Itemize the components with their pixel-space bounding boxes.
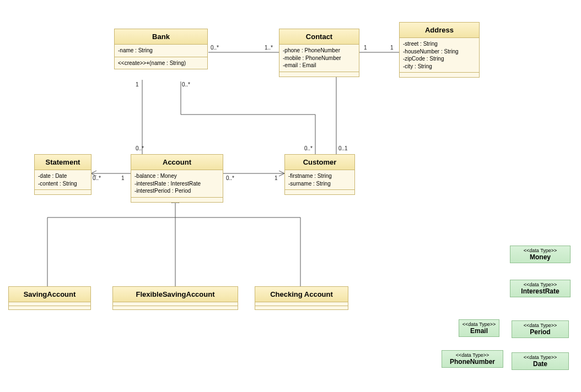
class-checking-attrs	[255, 302, 348, 306]
class-customer: Customer -firstname : String -surname : …	[284, 154, 355, 195]
dt-period-name: Period	[514, 328, 566, 336]
class-customer-ops	[285, 190, 354, 194]
mult-account-customer-right: 1	[275, 175, 278, 181]
mult-bank-customer-bot: 0..*	[304, 145, 313, 151]
class-customer-name: Customer	[285, 155, 354, 170]
class-address-name: Address	[400, 23, 479, 38]
address-attr-1: -houseNumber : String	[403, 48, 476, 56]
dt-period-stereo: <<data Type>>	[514, 323, 566, 328]
class-flexible-name: FlexibleSavingAccount	[113, 287, 238, 302]
class-bank: Bank -name : String <<create>>+(name : S…	[114, 29, 208, 69]
mult-bank-contact-left: 0..*	[211, 45, 219, 51]
class-checking-ops	[255, 306, 348, 309]
mult-account-statement-right: 0..*	[93, 175, 101, 181]
address-attr-2: -zipCode : String	[403, 55, 476, 63]
statement-attr-1: -content : String	[38, 180, 88, 188]
contact-attr-0: -phone : PhoneNumber	[283, 47, 356, 55]
contact-attr-1: -mobile : PhoneNumber	[283, 55, 356, 62]
mult-contact-address-right: 1	[390, 45, 394, 51]
mult-bank-account-top: 1	[136, 81, 139, 88]
assoc-bank-customer	[181, 81, 315, 154]
dt-money-stereo: <<data Type>>	[513, 248, 568, 253]
class-flexible-ops	[113, 306, 238, 309]
datatype-phonenumber: <<data Type>> PhoneNumber	[442, 350, 503, 368]
customer-attr-0: -firstname : String	[288, 172, 351, 180]
address-attr-3: -city : String	[403, 63, 476, 70]
class-saving-attrs	[9, 302, 90, 306]
class-bank-ops: <<create>>+(name : String)	[115, 57, 207, 69]
dt-email-stereo: <<data Type>>	[461, 322, 497, 327]
dt-email-name: Email	[461, 327, 497, 335]
class-contact-name: Contact	[279, 29, 359, 45]
dt-money-name: Money	[513, 253, 568, 261]
class-address-attrs: -street : String -houseNumber : String -…	[400, 38, 479, 73]
class-checking-name: Checking Account	[255, 287, 348, 302]
contact-attr-2: -email : Email	[283, 62, 356, 69]
mult-bank-account-bot: 0..*	[136, 145, 144, 151]
dt-date-name: Date	[514, 360, 566, 368]
class-bank-name: Bank	[115, 29, 207, 45]
class-saving-ops	[9, 306, 90, 309]
class-saving-name: SavingAccount	[9, 287, 90, 302]
dt-date-stereo: <<data Type>>	[514, 355, 566, 360]
class-address: Address -street : String -houseNumber : …	[399, 22, 480, 78]
mult-bank-contact-right: 1..*	[265, 45, 273, 51]
datatype-money: <<data Type>> Money	[510, 246, 571, 263]
class-contact-ops	[279, 72, 359, 77]
class-bank-attrs: -name : String	[115, 45, 207, 57]
customer-attr-1: -surname : String	[288, 180, 351, 188]
mult-bank-customer-top: 0..*	[182, 81, 190, 88]
class-saving-account: SavingAccount	[8, 286, 91, 310]
class-statement-attrs: -date : Date -content : String	[35, 170, 91, 190]
class-address-ops	[400, 73, 479, 77]
bank-attr-0: -name : String	[118, 47, 204, 55]
dt-phone-stereo: <<data Type>>	[444, 352, 501, 358]
class-statement-name: Statement	[35, 155, 91, 170]
bank-op-0: <<create>>+(name : String)	[118, 59, 204, 67]
class-account-ops	[131, 198, 223, 202]
account-attr-0: -balance : Money	[135, 172, 219, 180]
datatype-period: <<data Type>> Period	[512, 320, 569, 338]
account-attr-1: -interestRate : InterestRate	[135, 180, 219, 188]
class-flexible-saving-account: FlexibleSavingAccount	[112, 286, 238, 310]
mult-account-customer-left: 0..*	[226, 175, 234, 181]
dt-phone-name: PhoneNumber	[444, 358, 501, 366]
datatype-email: <<data Type>> Email	[459, 319, 499, 337]
address-attr-0: -street : String	[403, 40, 476, 48]
class-account: Account -balance : Money -interestRate :…	[131, 154, 223, 203]
class-statement-ops	[35, 190, 91, 194]
datatype-interestrate: <<data Type>> InterestRate	[510, 280, 571, 297]
mult-account-statement-left: 1	[121, 175, 125, 181]
mult-contact-customer-bot: 0..1	[338, 145, 348, 151]
uml-diagram-canvas: 0..* 1..* 1 1 1 0..* 0..* 0..* 0..1 0..*…	[0, 0, 581, 392]
class-customer-attrs: -firstname : String -surname : String	[285, 170, 354, 190]
class-checking-account: Checking Account	[255, 286, 348, 310]
account-attr-2: -interestPeriod : Period	[135, 187, 219, 195]
class-account-name: Account	[131, 155, 223, 170]
dt-ir-name: InterestRate	[513, 287, 568, 295]
class-contact: Contact -phone : PhoneNumber -mobile : P…	[279, 29, 359, 77]
mult-contact-address-left: 1	[364, 45, 367, 51]
class-account-attrs: -balance : Money -interestRate : Interes…	[131, 170, 223, 198]
class-statement: Statement -date : Date -content : String	[34, 154, 92, 195]
class-flexible-attrs	[113, 302, 238, 306]
statement-attr-0: -date : Date	[38, 172, 88, 180]
dt-ir-stereo: <<data Type>>	[513, 282, 568, 287]
datatype-date: <<data Type>> Date	[512, 352, 569, 370]
class-contact-attrs: -phone : PhoneNumber -mobile : PhoneNumb…	[279, 45, 359, 72]
